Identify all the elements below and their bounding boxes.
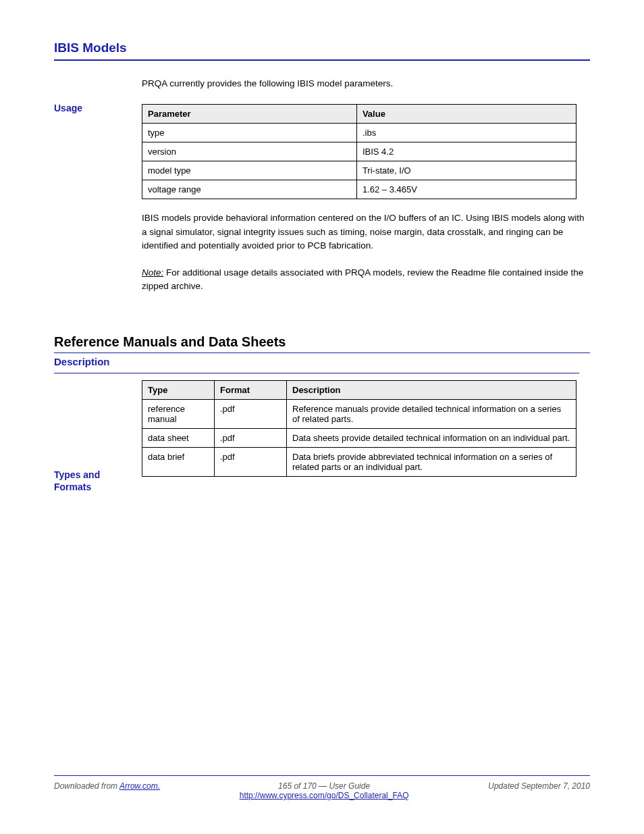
table-row: voltage range 1.62 – 3.465V: [142, 180, 576, 199]
footer-left: Downloaded from Arrow.com.: [54, 781, 160, 800]
table-row: type .ibs: [142, 124, 576, 142]
section-divider: [54, 373, 579, 373]
section-subheading-description: Description: [54, 356, 590, 367]
usage-paragraph: IBIS models provide behavioral informati…: [142, 211, 590, 253]
table-row: reference manual .pdf Reference manuals …: [142, 399, 576, 428]
reference-docs-table: Type Format Description reference manual…: [142, 380, 576, 477]
footer-right: Updated September 7, 2010: [488, 781, 590, 800]
page-section-title: IBIS Models: [54, 41, 590, 55]
table-header: Type: [142, 380, 215, 399]
footer-center: 165 of 170 — User Guide http://www.cypre…: [160, 781, 488, 800]
table-row: data brief .pdf Data briefs provide abbr…: [142, 447, 576, 476]
table-header: Format: [215, 380, 287, 399]
usage-note: Note: For additional usage details assoc…: [142, 266, 590, 294]
side-heading-usage: Usage: [54, 103, 135, 115]
intro-line: PRQA currently provides the following IB…: [142, 77, 590, 90]
side-heading-types: Types and Formats: [54, 469, 135, 493]
table-row: data sheet .pdf Data sheets provide deta…: [142, 428, 576, 447]
table-row: version IBIS 4.2: [142, 142, 576, 161]
section-divider: [54, 353, 590, 353]
section-divider: [54, 59, 590, 61]
table-header: Parameter: [142, 105, 357, 124]
table-row: model type Tri-state, I/O: [142, 161, 576, 180]
page-footer: Downloaded from Arrow.com. 165 of 170 — …: [54, 775, 590, 800]
table-header: Description: [287, 380, 576, 399]
table-header: Value: [356, 105, 576, 124]
footer-divider: [54, 775, 590, 776]
section-heading-reference: Reference Manuals and Data Sheets: [54, 334, 590, 350]
ibis-params-table: Parameter Value type .ibs version IBIS 4…: [142, 104, 576, 199]
